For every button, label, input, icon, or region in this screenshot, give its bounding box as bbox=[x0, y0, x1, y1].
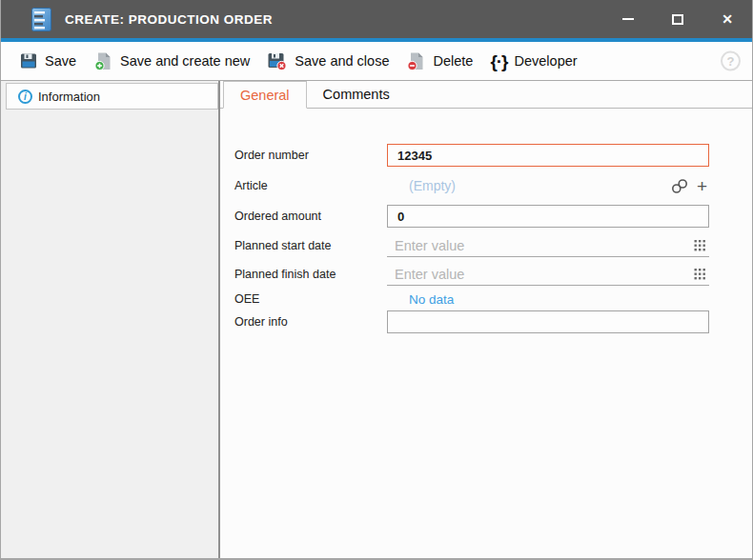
help-icon: ? bbox=[727, 54, 735, 69]
field-row-oee: OEE No data bbox=[234, 290, 709, 309]
ordered-amount-input[interactable] bbox=[387, 205, 709, 228]
link-icon[interactable] bbox=[671, 178, 688, 194]
tab-general[interactable]: General bbox=[223, 81, 307, 109]
delete-label: Delete bbox=[433, 53, 473, 69]
content-panel: General Comments Order number Article (E… bbox=[220, 81, 752, 558]
field-row-order-info: Order info bbox=[234, 310, 709, 333]
order-info-label: Order info bbox=[234, 315, 387, 329]
save-icon bbox=[19, 51, 38, 70]
maximize-icon bbox=[672, 14, 683, 25]
save-button[interactable]: Save bbox=[10, 48, 85, 74]
title-bar: CREATE: PRODUCTION ORDER ✕ bbox=[1, 0, 752, 38]
delete-icon bbox=[406, 51, 426, 71]
ordered-amount-label: Ordered amount bbox=[234, 210, 387, 223]
date-picker-icon[interactable] bbox=[694, 269, 706, 281]
help-button[interactable]: ? bbox=[721, 51, 741, 71]
plus-icon[interactable]: + bbox=[697, 177, 707, 195]
order-number-label: Order number bbox=[234, 149, 387, 162]
order-number-input[interactable] bbox=[387, 144, 709, 167]
date-picker-icon[interactable] bbox=[694, 240, 706, 252]
oee-label: OEE bbox=[234, 292, 387, 306]
save-close-icon bbox=[267, 51, 288, 71]
information-label: Information bbox=[38, 90, 100, 104]
minimize-icon bbox=[622, 18, 634, 20]
article-label: Article bbox=[234, 179, 387, 192]
article-value: (Empty) bbox=[387, 178, 456, 193]
field-row-planned-start-date: Planned start date bbox=[234, 234, 709, 257]
delete-button[interactable]: Delete bbox=[397, 48, 481, 75]
planned-start-date-label: Planned start date bbox=[234, 239, 387, 252]
maximize-button[interactable] bbox=[653, 0, 702, 38]
developer-icon: {·} bbox=[490, 52, 507, 70]
dialog-window: CREATE: PRODUCTION ORDER ✕ Save bbox=[0, 0, 753, 560]
planned-finish-date-label: Planned finish date bbox=[234, 268, 387, 281]
developer-button[interactable]: {·} Developer bbox=[481, 49, 585, 74]
save-new-icon bbox=[93, 51, 113, 71]
sidebar: i Information bbox=[1, 81, 220, 558]
tab-comments[interactable]: Comments bbox=[307, 81, 406, 108]
form: Order number Article (Empty) bbox=[220, 109, 752, 558]
info-icon: i bbox=[18, 90, 32, 104]
save-and-close-button[interactable]: Save and close bbox=[258, 48, 397, 75]
minimize-button[interactable] bbox=[603, 0, 653, 38]
field-row-order-number: Order number bbox=[234, 144, 709, 167]
sidebar-item-information[interactable]: i Information bbox=[6, 83, 218, 110]
developer-label: Developer bbox=[515, 53, 578, 69]
window-title: CREATE: PRODUCTION ORDER bbox=[65, 12, 273, 27]
main-area: i Information General Comments Order num… bbox=[1, 81, 752, 558]
field-row-ordered-amount: Ordered amount bbox=[234, 205, 709, 228]
article-lookup[interactable]: (Empty) + bbox=[387, 174, 709, 197]
save-and-create-new-label: Save and create new bbox=[120, 53, 250, 69]
save-and-close-label: Save and close bbox=[295, 53, 389, 69]
toolbar: Save Save and create new Save and close bbox=[1, 42, 752, 81]
order-info-input[interactable] bbox=[387, 310, 709, 333]
save-label: Save bbox=[45, 53, 76, 69]
tab-bar: General Comments bbox=[220, 81, 752, 109]
app-icon bbox=[31, 8, 51, 31]
planned-finish-date-input[interactable] bbox=[387, 263, 709, 286]
oee-no-data-link[interactable]: No data bbox=[387, 292, 454, 307]
planned-start-date-input[interactable] bbox=[387, 234, 709, 257]
close-icon: ✕ bbox=[722, 12, 733, 26]
close-button[interactable]: ✕ bbox=[702, 0, 752, 38]
save-and-create-new-button[interactable]: Save and create new bbox=[85, 48, 258, 75]
field-row-planned-finish-date: Planned finish date bbox=[234, 263, 709, 286]
window-controls: ✕ bbox=[603, 0, 752, 38]
field-row-article: Article (Empty) + bbox=[234, 174, 709, 197]
